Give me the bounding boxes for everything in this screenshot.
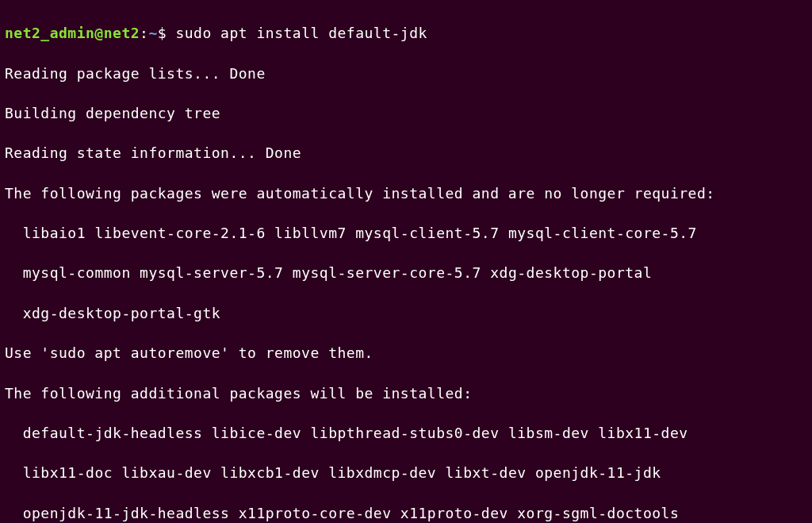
typed-command: sudo apt install default-jdk <box>175 25 427 41</box>
output-line: Use 'sudo apt autoremove' to remove them… <box>5 343 807 363</box>
prompt-path: ~ <box>148 25 157 41</box>
output-line: Building dependency tree <box>5 103 807 123</box>
prompt-user-host: net2_admin@net2 <box>5 25 140 41</box>
output-line: openjdk-11-jdk-headless x11proto-core-de… <box>5 503 807 523</box>
output-line: The following packages were automaticall… <box>5 183 807 203</box>
output-line: libx11-doc libxau-dev libxcb1-dev libxdm… <box>5 463 807 483</box>
output-line: The following additional packages will b… <box>5 383 807 403</box>
prompt-colon: : <box>140 25 148 41</box>
output-line: libaio1 libevent-core-2.1-6 libllvm7 mys… <box>5 223 807 243</box>
output-line: Reading state information... Done <box>5 143 807 163</box>
command-line: net2_admin@net2:~$ sudo apt install defa… <box>5 23 807 43</box>
output-line: xdg-desktop-portal-gtk <box>5 303 807 323</box>
output-line: default-jdk-headless libice-dev libpthre… <box>5 423 807 443</box>
output-line: Reading package lists... Done <box>5 63 807 83</box>
output-line: mysql-common mysql-server-5.7 mysql-serv… <box>5 263 807 283</box>
prompt-dollar: $ <box>158 25 176 41</box>
terminal-window[interactable]: net2_admin@net2:~$ sudo apt install defa… <box>5 3 807 523</box>
